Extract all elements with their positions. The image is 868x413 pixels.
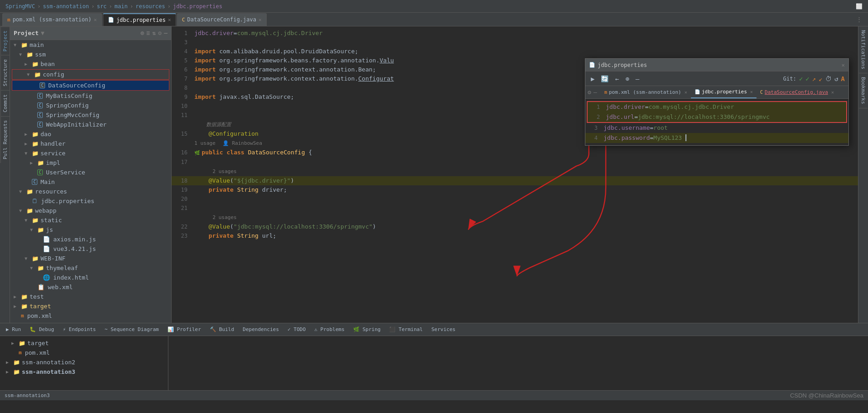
tree-node-webapp[interactable]: ▼ 📁 webapp (10, 206, 171, 215)
bottom-tab-terminal[interactable]: ⬛ Terminal (386, 326, 426, 333)
popup-add-btn[interactable]: ⊕ (624, 74, 631, 83)
tree-node-dao[interactable]: ▶ 📁 dao (10, 129, 171, 139)
tree-node-webinf[interactable]: ▼ 📁 WEB-INF (10, 254, 171, 263)
tree-node-web-xml[interactable]: 📋 web.xml (10, 282, 171, 292)
tree-node-spring[interactable]: C SpringConfig (10, 101, 171, 110)
tab-jdbc-close[interactable]: ✕ (168, 17, 171, 23)
tree-icon-collapse[interactable]: ≡ (147, 30, 150, 36)
left-tab-commit[interactable]: Commit (0, 90, 10, 116)
bottom-tab-deps[interactable]: Dependencies (239, 326, 282, 333)
bottom-tab-run[interactable]: ▶ Run (2, 326, 25, 333)
popup-tab-ds-close[interactable]: ✕ (831, 90, 834, 95)
bottom-tab-debug[interactable]: 🐛 Debug (26, 326, 58, 333)
tab-pom[interactable]: m pom.xml (ssm-annotation) ✕ (2, 13, 102, 26)
lower-tree-ssm2[interactable]: ▶ 📁 ssm-annotation2 (2, 357, 166, 367)
tree-icon-sort[interactable]: ⇅ (152, 30, 156, 36)
tree-node-bean[interactable]: ▶ 📁 bean (10, 59, 171, 69)
popup-tab-jdbc[interactable]: 📄 jdbc.properties ✕ (691, 87, 756, 98)
git-undo-icon[interactable]: ↺ (834, 75, 838, 82)
status-text: ssm-annotation3 (5, 393, 50, 398)
bottom-tab-seqdiag[interactable]: ~ Sequence Diagram (101, 326, 162, 333)
code-line-23: 23 private String url; (172, 231, 858, 240)
lower-tree-ssm3[interactable]: ▶ 📁 ssm-annotation3 (2, 367, 166, 377)
popup-run-btn[interactable]: ▶ (589, 74, 596, 83)
tab-bar: m pom.xml (ssm-annotation) ✕ 📄 jdbc.prop… (0, 13, 868, 26)
tab-jdbc[interactable]: 📄 jdbc.properties ✕ (103, 13, 176, 26)
tree-node-thymeleaf[interactable]: ▼ 📁 thymeleaf (10, 263, 171, 273)
tree-node-springmvc[interactable]: C SpringMvcConfig (10, 110, 171, 120)
tree-node-resources[interactable]: ▼ 📁 resources (10, 187, 171, 196)
tree-node-userservice[interactable]: C UserService (10, 168, 171, 177)
right-tab-notifications[interactable]: Notifications (859, 26, 868, 73)
popup-gear-icon[interactable]: ⚙ (588, 89, 591, 96)
tree-icon-minimize[interactable]: — (164, 30, 168, 36)
popup-tab-pom[interactable]: m pom.xml (ssm-annotation) ✕ (601, 87, 691, 98)
git-arrow-dn-icon[interactable]: ↙ (819, 75, 822, 82)
class-icon-mybatis: C (37, 93, 43, 99)
line-num-9: 9 (172, 92, 192, 102)
bottom-tab-spring[interactable]: 🌿 Spring (350, 326, 384, 333)
tree-node-index-html[interactable]: 🌐 index.html (10, 273, 171, 282)
breadcrumb-springmvc[interactable]: SpringMVC (5, 3, 35, 10)
tab-menu-icon[interactable]: ⋮ (853, 16, 866, 23)
tree-node-service[interactable]: ▼ 📁 service (10, 148, 171, 158)
popup-min-btn[interactable]: — (634, 74, 641, 83)
popup-close-icon[interactable]: ✕ (842, 62, 845, 68)
bottom-tab-endpoints[interactable]: ⚡ Endpoints (59, 326, 100, 333)
line-num-19: 19 (172, 185, 192, 194)
tree-node-mybatis[interactable]: C MyBatisConfig (10, 91, 171, 101)
breadcrumb-main[interactable]: main (115, 3, 128, 10)
popup-refresh-btn[interactable]: 🔄 (599, 74, 610, 83)
git-check2-icon[interactable]: ✓ (806, 75, 809, 82)
tree-node-datasourceconfig[interactable]: C DataSourceConfig (12, 80, 169, 91)
tree-node-main[interactable]: ▼ 📁 main (10, 40, 171, 50)
tree-node-ssm[interactable]: ▼ 📁 ssm (10, 50, 171, 59)
lower-tree-pom[interactable]: m pom.xml (2, 348, 166, 357)
git-check-icon[interactable]: ✓ (799, 75, 802, 82)
tree-node-js[interactable]: ▼ 📁 js (10, 225, 171, 235)
tree-node-test[interactable]: ▶ 📁 test (10, 292, 171, 301)
tree-node-vue[interactable]: 📄 vue3.4.21.js (10, 244, 171, 254)
popup-tab-datasource[interactable]: C DataSourceConfig.java ✕ (756, 87, 838, 98)
tab-datasource[interactable]: C DataSourceConfig.java ✕ (177, 13, 267, 26)
tree-node-ssm2[interactable]: ▶ 📁 ssm-annotation2 (10, 321, 171, 323)
tree-node-jdbc-prop[interactable]: 🗒 jdbc.properties (10, 196, 171, 206)
popup-back-btn[interactable]: ← (613, 74, 620, 83)
bottom-tab-todo[interactable]: ✓ TODO (284, 326, 310, 333)
tree-icon-settings[interactable]: ⚙ (158, 30, 162, 36)
breadcrumb-file: jdbc.properties (173, 3, 222, 10)
left-tab-pull-requests[interactable]: Pull Requests (0, 116, 10, 163)
maximize-icon[interactable]: ⬜ (856, 3, 863, 10)
bottom-tab-services[interactable]: Services (428, 326, 459, 333)
breadcrumb-src[interactable]: src (97, 3, 107, 10)
popup-tab-pom-close[interactable]: ✕ (685, 90, 687, 95)
tree-icon-locate[interactable]: ⊕ (141, 30, 144, 36)
bottom-tab-profiler[interactable]: 📊 Profiler (164, 326, 205, 333)
git-translate-icon[interactable]: A (841, 75, 845, 82)
git-clock-icon[interactable]: ⏱ (825, 75, 832, 82)
tree-node-impl[interactable]: ▶ 📁 impl (10, 158, 171, 168)
tree-node-axios[interactable]: 📄 axios.min.js (10, 235, 171, 244)
tree-node-config[interactable]: ▼ 📁 config (12, 69, 169, 80)
breadcrumb-resources[interactable]: resources (136, 3, 165, 10)
breadcrumb-ssm-annotation[interactable]: ssm-annotation (43, 3, 89, 10)
left-tab-project[interactable]: Project (0, 26, 10, 55)
tab-pom-close[interactable]: ✕ (94, 17, 97, 23)
left-tab-structure[interactable]: Structure (0, 55, 10, 90)
tree-node-handler[interactable]: ▶ 📁 handler (10, 139, 171, 148)
tree-node-static[interactable]: ▼ 📁 static (10, 215, 171, 225)
right-tab-bookmarks[interactable]: Bookmarks (859, 73, 868, 108)
tree-node-pom-xml[interactable]: m pom.xml (10, 311, 171, 321)
tree-node-webapp-init[interactable]: C WebAppInitializer (10, 120, 171, 129)
tree-node-target[interactable]: ▶ 📁 target (10, 301, 171, 311)
git-arrow-up-icon[interactable]: ↗ (812, 75, 816, 82)
tree-node-main-class[interactable]: C Main (10, 177, 171, 187)
tab-datasource-close[interactable]: ✕ (259, 17, 262, 23)
line-num-17: 17 (172, 158, 192, 167)
bottom-tab-build[interactable]: 🔨 Build (206, 326, 238, 333)
lower-tree-target[interactable]: ▶ 📁 target (2, 338, 166, 348)
popup-tab-jdbc-close[interactable]: ✕ (750, 89, 753, 94)
bottom-tab-problems[interactable]: ⚠ Problems (311, 326, 348, 333)
tree-dropdown-icon[interactable]: ▼ (41, 30, 45, 36)
popup-dash-icon[interactable]: — (594, 89, 597, 96)
